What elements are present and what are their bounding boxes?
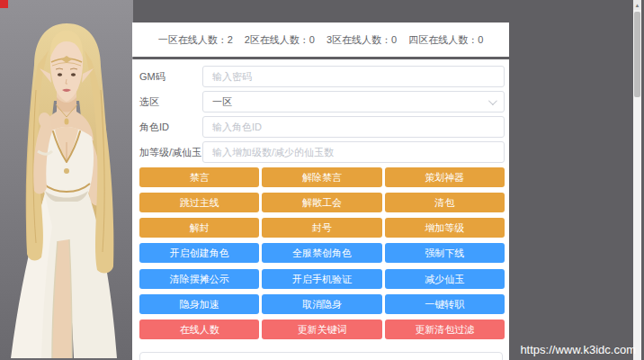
level-jade-input[interactable] [202, 141, 505, 163]
button-row: 解封 封号 增加等级 [139, 218, 505, 238]
watermark-url: https://www.k3idc.com [520, 343, 636, 356]
zone-select-value: 一区 [212, 95, 232, 109]
btn-ban-account[interactable]: 封号 [262, 218, 381, 238]
btn-enable-create-role[interactable]: 开启创建角色 [139, 243, 259, 263]
online-count-zone2: 2区在线人数：0 [245, 33, 315, 47]
btn-online-count[interactable]: 在线人数 [139, 320, 259, 339]
scrollbar-up-button[interactable]: ▲ [633, 0, 641, 10]
button-row: 隐身加速 取消隐身 一键转职 [139, 294, 505, 314]
btn-ban-create-role-all[interactable]: 全服禁创角色 [262, 243, 381, 263]
field-row-role-id: 角色ID [139, 116, 505, 138]
gm-form-panel: GM码 选区 一区 角色ID 加等级/减仙玉 禁言 解除禁言 策划神器 跳过主线… [132, 59, 509, 360]
btn-dissolve-guild[interactable]: 解散工会 [262, 193, 381, 212]
scrollbar-thumb[interactable] [634, 12, 640, 97]
btn-stealth-speed[interactable]: 隐身加速 [139, 294, 259, 314]
online-count-zone3: 3区在线人数：0 [326, 33, 397, 47]
zone-label: 选区 [139, 95, 202, 109]
level-jade-label: 加等级/减仙玉 [139, 146, 202, 159]
btn-mute[interactable]: 禁言 [139, 167, 259, 187]
online-count-zone1: 一区在线人数：2 [158, 33, 233, 47]
btn-skip-mainline[interactable]: 跳过主线 [139, 193, 259, 212]
button-row: 清除摆摊公示 开启手机验证 减少仙玉 [139, 269, 505, 289]
zone-select[interactable]: 一区 [202, 91, 505, 112]
btn-planner-tool[interactable]: 策划神器 [385, 167, 505, 187]
scrollbar[interactable]: ▲ [633, 0, 641, 360]
btn-clear-stall-notice[interactable]: 清除摆摊公示 [139, 269, 259, 289]
button-row: 开启创建角色 全服禁创角色 强制下线 [139, 243, 505, 263]
online-count-zone4: 四区在线人数：0 [408, 33, 483, 47]
field-row-gm-code: GM码 [139, 66, 505, 87]
btn-one-key-class-change[interactable]: 一键转职 [385, 294, 505, 314]
btn-add-level[interactable]: 增加等级 [385, 218, 505, 238]
btn-update-keywords[interactable]: 更新关键词 [262, 320, 381, 339]
gm-tool-page: 一区在线人数：2 2区在线人数：0 3区在线人数：0 四区在线人数：0 GM码 … [0, 0, 644, 360]
gm-code-label: GM码 [139, 70, 202, 84]
btn-reduce-jade[interactable]: 减少仙玉 [385, 269, 505, 289]
field-row-zone: 选区 一区 [139, 91, 505, 112]
chevron-down-icon [488, 96, 497, 105]
button-row: 跳过主线 解散工会 清包 [139, 193, 505, 212]
button-row: 在线人数 更新关键词 更新清包过滤 [139, 320, 505, 339]
next-input-partial[interactable] [139, 352, 503, 360]
btn-enable-phone-verify[interactable]: 开启手机验证 [262, 269, 381, 289]
field-row-level-jade: 加等级/减仙玉 [139, 141, 505, 163]
online-counts-bar: 一区在线人数：2 2区在线人数：0 3区在线人数：0 四区在线人数：0 [132, 22, 509, 57]
character-artwork [0, 0, 133, 360]
corner-marker [0, 0, 8, 8]
role-id-input[interactable] [202, 116, 505, 138]
gm-code-input[interactable] [202, 66, 505, 87]
role-id-label: 角色ID [139, 121, 202, 134]
btn-cancel-stealth[interactable]: 取消隐身 [262, 294, 381, 314]
button-row: 禁言 解除禁言 策划神器 [139, 167, 505, 187]
btn-unban[interactable]: 解封 [139, 218, 259, 238]
btn-unmute[interactable]: 解除禁言 [262, 167, 381, 187]
btn-update-clear-filter[interactable]: 更新清包过滤 [385, 320, 505, 339]
btn-force-offline[interactable]: 强制下线 [385, 243, 505, 263]
btn-clear-bag[interactable]: 清包 [385, 193, 505, 212]
